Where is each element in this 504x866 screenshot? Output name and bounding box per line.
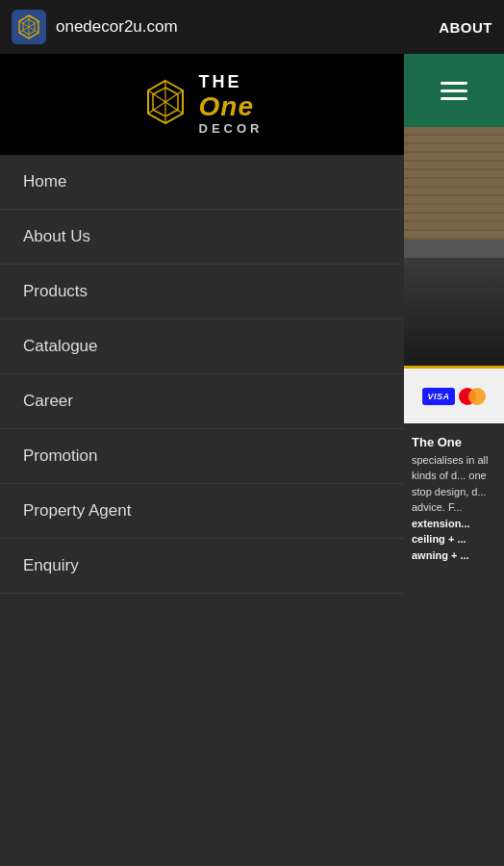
right-panel: VISA The One specialises in all kinds of… — [404, 54, 504, 866]
nav-list: HomeAbout UsProductsCatalogueCareerPromo… — [0, 155, 404, 866]
description-extension: extension... — [412, 518, 470, 529]
nav-item-promotion[interactable]: Promotion — [0, 429, 404, 484]
description-awning: awning + ... — [412, 549, 469, 561]
payment-section: VISA — [404, 366, 504, 423]
description-text: The One specialises in all kinds of d...… — [412, 433, 496, 563]
nav-item-property-agent[interactable]: Property Agent — [0, 484, 404, 539]
site-title: onedecor2u.com — [56, 17, 439, 37]
logo-area: THE One DECOR — [0, 54, 404, 155]
description-section: The One specialises in all kinds of d...… — [404, 423, 504, 866]
logo-icon — [141, 78, 189, 130]
description-body: specialises in all kinds of d... one sto… — [412, 454, 488, 514]
nav-item-home[interactable]: Home — [0, 155, 404, 210]
logo-the: THE — [199, 73, 264, 92]
nav-item-catalogue[interactable]: Catalogue — [0, 319, 404, 374]
logo-decor: DECOR — [199, 122, 264, 136]
hamburger-icon — [441, 82, 467, 100]
top-bar: onedecor2u.com ABOUT — [0, 0, 504, 54]
logo-text: THE One DECOR — [199, 73, 264, 136]
room-image — [404, 127, 504, 366]
nav-item-career[interactable]: Career — [0, 374, 404, 429]
sidebar: THE One DECOR HomeAbout UsProductsCatalo… — [0, 54, 404, 866]
hamburger-button[interactable] — [404, 54, 504, 127]
logo-one: One — [199, 92, 264, 122]
visa-logo: VISA — [422, 388, 454, 405]
main-layout: THE One DECOR HomeAbout UsProductsCatalo… — [0, 54, 504, 866]
favicon-icon — [15, 13, 42, 40]
mastercard-logo — [459, 387, 486, 406]
slatted-blinds — [404, 127, 504, 258]
description-title: The One — [412, 435, 462, 449]
hamburger-line-1 — [441, 82, 467, 85]
hamburger-line-3 — [441, 97, 467, 100]
nav-item-enquiry[interactable]: Enquiry — [0, 539, 404, 594]
about-link[interactable]: ABOUT — [439, 19, 492, 36]
description-ceiling: ceiling + ... — [412, 533, 466, 545]
mastercard-right-circle — [468, 388, 486, 405]
hamburger-line-2 — [441, 89, 467, 92]
nav-item-about-us[interactable]: About Us — [0, 210, 404, 265]
room-dark-area — [404, 258, 504, 366]
logo-hexagon-icon — [141, 78, 189, 126]
nav-item-products[interactable]: Products — [0, 265, 404, 319]
favicon — [12, 10, 46, 44]
